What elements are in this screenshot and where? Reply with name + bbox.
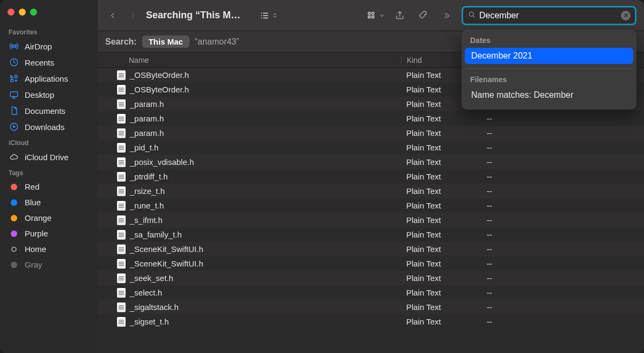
svg-point-0	[13, 45, 16, 48]
download-icon	[9, 122, 19, 132]
tag-button[interactable]	[414, 8, 433, 24]
back-button[interactable]	[105, 7, 120, 24]
sidebar-tag-purple[interactable]: Purple	[0, 226, 98, 241]
sidebar-section-tags: Tags	[0, 165, 98, 179]
file-row[interactable]: _sigaltstack.hPlain Text--	[98, 300, 644, 314]
suggestions-dates-label: Dates	[465, 34, 633, 47]
forward-button[interactable]	[126, 7, 141, 24]
file-row[interactable]: _SceneKit_SwiftUI.hPlain Text--	[98, 256, 644, 271]
sidebar-item-desktop[interactable]: Desktop	[0, 87, 98, 103]
sidebar-item-label: Recents	[25, 58, 54, 67]
sidebar-item-applications[interactable]: Applications	[0, 70, 98, 87]
svg-point-8	[424, 13, 425, 15]
file-row[interactable]: _rune_t.hPlain Text--	[98, 198, 644, 213]
clear-search-button[interactable]	[621, 11, 631, 20]
file-row[interactable]: _sigset_t.hPlain Text--	[98, 314, 644, 329]
sidebar-item-downloads[interactable]: Downloads	[0, 119, 98, 135]
file-row[interactable]: _param.hPlain Text--	[98, 126, 644, 140]
file-date: --	[481, 230, 644, 239]
sidebar-tag-red[interactable]: Red	[0, 179, 98, 194]
sidebar-item-icloud-drive[interactable]: iCloud Drive	[0, 149, 98, 165]
sidebar-section-icloud: iCloud	[0, 135, 98, 149]
file-icon	[117, 186, 126, 196]
svg-rect-7	[372, 16, 374, 18]
search-field[interactable]	[462, 6, 636, 25]
sidebar-tag-orange[interactable]: Orange	[0, 210, 98, 226]
file-name: _OSByteOrder.h	[130, 85, 189, 94]
file-row[interactable]: _select.hPlain Text--	[98, 285, 644, 300]
chevron-down-icon	[379, 12, 385, 19]
sidebar-section-favorites: Favorites	[0, 24, 98, 38]
file-kind: Plain Text	[401, 172, 481, 181]
document-icon	[9, 106, 19, 116]
maximize-window-button[interactable]	[30, 9, 37, 16]
scope-folder[interactable]: “anamor43”	[195, 37, 239, 47]
file-row[interactable]: _sa_family_t.hPlain Text--	[98, 227, 644, 242]
file-date: --	[481, 317, 644, 326]
file-row[interactable]: _rsize_t.hPlain Text--	[98, 184, 644, 198]
file-icon	[117, 244, 126, 254]
file-kind: Plain Text	[401, 230, 481, 239]
sidebar-item-label: Gray	[25, 260, 42, 269]
sidebar: Favorites AirDrop Recents Applications D…	[0, 0, 98, 353]
sidebar-item-recents[interactable]: Recents	[0, 54, 98, 70]
svg-rect-6	[372, 12, 374, 15]
suggestion-date[interactable]: December 2021	[465, 48, 633, 64]
share-button[interactable]	[391, 8, 409, 24]
view-list-button[interactable]	[259, 11, 278, 20]
file-date: --	[481, 157, 644, 167]
applications-icon	[9, 74, 19, 83]
file-name: _OSByteOrder.h	[130, 70, 189, 80]
file-name: _param.h	[130, 114, 164, 123]
group-by-button[interactable]	[366, 11, 385, 20]
cloud-icon	[9, 152, 19, 162]
file-kind: Plain Text	[401, 288, 481, 297]
file-row[interactable]: _seek_set.hPlain Text--	[98, 271, 644, 285]
sidebar-item-documents[interactable]: Documents	[0, 103, 98, 119]
airdrop-icon	[9, 41, 19, 51]
tag-dot-icon	[9, 262, 19, 268]
column-header-name[interactable]: Name	[98, 56, 401, 64]
file-kind: Plain Text	[401, 128, 481, 138]
main-content: Searching “This M…	[98, 0, 644, 353]
file-icon	[117, 143, 126, 153]
search-icon	[467, 10, 476, 20]
close-window-button[interactable]	[8, 9, 14, 16]
sidebar-item-label: Blue	[25, 198, 41, 207]
file-date: --	[481, 172, 644, 181]
file-date: --	[481, 288, 644, 297]
overflow-button[interactable]	[438, 8, 456, 24]
file-icon	[117, 70, 126, 80]
scope-this-mac[interactable]: This Mac	[142, 35, 189, 48]
file-date: --	[481, 143, 644, 152]
sidebar-item-airdrop[interactable]: AirDrop	[0, 38, 98, 54]
file-row[interactable]: _posix_vdisable.hPlain Text--	[98, 155, 644, 169]
file-name: _param.h	[130, 99, 164, 109]
finder-window: Favorites AirDrop Recents Applications D…	[0, 0, 644, 353]
file-row[interactable]: _s_ifmt.hPlain Text--	[98, 213, 644, 227]
search-wrap: Dates December 2021 Filenames Name match…	[462, 6, 636, 25]
suggestion-filename[interactable]: Name matches: December	[465, 87, 633, 103]
file-row[interactable]: _ptrdiff_t.hPlain Text--	[98, 169, 644, 184]
sidebar-item-label: Home	[25, 244, 46, 254]
file-name: _posix_vdisable.h	[130, 157, 194, 167]
file-icon	[117, 128, 126, 138]
window-controls	[0, 6, 98, 24]
tag-dot-icon	[9, 230, 19, 237]
file-row[interactable]: _param.hPlain Text--	[98, 111, 644, 126]
file-row[interactable]: _SceneKit_SwiftUI.hPlain Text--	[98, 242, 644, 256]
file-kind: Plain Text	[401, 143, 481, 152]
sidebar-tag-home[interactable]: Home	[0, 241, 98, 257]
file-date: --	[481, 201, 644, 210]
file-list[interactable]: _OSByteOrder.hPlain Text_OSByteOrder.hPl…	[98, 68, 644, 353]
sidebar-item-label: AirDrop	[25, 42, 52, 51]
file-name: _select.h	[130, 288, 162, 297]
search-input[interactable]	[479, 11, 618, 20]
file-kind: Plain Text	[401, 259, 481, 268]
minimize-window-button[interactable]	[19, 9, 26, 16]
sidebar-tag-gray[interactable]: Gray	[0, 257, 98, 272]
file-row[interactable]: _pid_t.hPlain Text--	[98, 140, 644, 155]
sidebar-item-label: Red	[25, 182, 40, 191]
sidebar-tag-blue[interactable]: Blue	[0, 194, 98, 210]
file-name: _sigaltstack.h	[130, 302, 179, 312]
